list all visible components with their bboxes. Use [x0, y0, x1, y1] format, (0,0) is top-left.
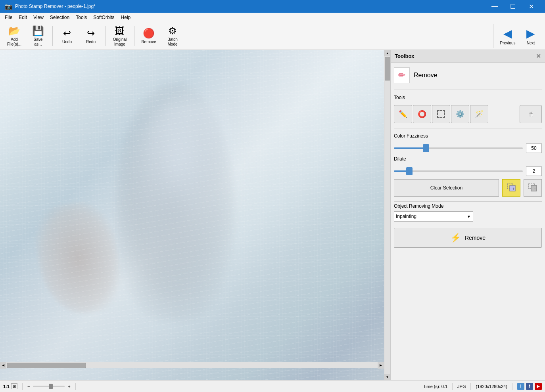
dilate-thumb[interactable] [406, 167, 413, 175]
add-files-button[interactable]: 📂 AddFile(s)... [3, 24, 25, 48]
save-as-button[interactable]: 💾 Saveas... [27, 24, 49, 48]
add-files-icon: 📂 [8, 25, 20, 36]
scroll-left-button[interactable]: ◀ [0, 362, 6, 369]
toolbox-close-button[interactable]: ✕ [536, 52, 541, 60]
svg-text:−: − [534, 187, 536, 191]
save-as-icon: 💾 [32, 25, 44, 36]
redo-button[interactable]: ↪ Redo [80, 24, 102, 48]
selection-add-icon: + [507, 182, 516, 194]
eraser-icon: ⭕ [418, 110, 426, 119]
pencil-tool-button[interactable]: ✏️ [394, 105, 412, 123]
dilate-track[interactable] [394, 170, 523, 172]
toolbar-separator-1 [52, 26, 53, 46]
mode-section: Object Removing Mode Inpainting Content … [391, 203, 545, 222]
horizontal-scrollbar[interactable]: ◀ ▶ [0, 362, 384, 368]
dilate-value[interactable]: 2 [526, 166, 542, 176]
toolbar: 📂 AddFile(s)... 💾 Saveas... ↩ Undo ↪ Red… [0, 22, 545, 50]
selection-add-button[interactable]: + [502, 179, 520, 197]
scroll-down-button[interactable]: ▼ [384, 374, 390, 380]
settings-tool-button[interactable]: ⚙️ [451, 105, 469, 123]
batch-mode-label: BatchMode [167, 37, 178, 47]
app-icon: 📷 [5, 3, 13, 10]
original-image-label: OriginalImage [113, 37, 127, 47]
magic-wand-icon: 🪄 [475, 110, 484, 119]
dimensions-label: (1920x1280x24) [476, 384, 507, 389]
zoom-out-icon[interactable]: − [27, 384, 30, 389]
rect-select-icon [437, 110, 445, 118]
status-separator-3 [452, 383, 453, 390]
scroll-up-button[interactable]: ▲ [384, 50, 390, 56]
color-fuzziness-track[interactable] [394, 147, 523, 149]
svg-text:+: + [512, 187, 515, 191]
remove-action-button[interactable]: ⚡ Remove [394, 228, 542, 248]
color-fuzziness-value[interactable]: 50 [526, 143, 542, 153]
tools-row: ✏️ ⭕ ⚙️ 🪄 🖱️ [394, 105, 542, 123]
scroll-thumb-horizontal[interactable] [7, 363, 86, 368]
zoom-slider-thumb[interactable] [49, 384, 53, 389]
close-button[interactable]: ✕ [522, 0, 540, 13]
remove-btn-area: ⚡ Remove [391, 222, 545, 251]
undo-button[interactable]: ↩ Undo [56, 24, 78, 48]
divider-1 [394, 90, 542, 90]
batch-mode-button[interactable]: ⚙ BatchMode [161, 24, 184, 48]
color-fuzziness-thumb[interactable] [423, 144, 429, 152]
title-bar: 📷 Photo Stamp Remover - people-1.jpg* — … [0, 0, 545, 13]
magic-wand-tool-button[interactable]: 🪄 [470, 105, 488, 123]
status-separator-5 [512, 383, 512, 390]
maximize-button[interactable]: ☐ [504, 0, 522, 13]
original-image-button[interactable]: 🖼 OriginalImage [109, 24, 131, 48]
remove-tool-icon: ✏ [398, 70, 405, 80]
menu-softorbits[interactable]: SoftOrbits [90, 14, 117, 21]
settings-icon: ⚙️ [456, 110, 464, 119]
divider-3 [394, 201, 542, 202]
menu-file[interactable]: File [2, 14, 15, 21]
color-fuzziness-row: 50 [394, 143, 542, 153]
youtube-icon[interactable]: ▶ [535, 383, 542, 390]
info-icon[interactable]: i [517, 383, 524, 390]
scroll-track-horizontal[interactable] [6, 362, 378, 368]
status-separator-2 [75, 383, 76, 390]
zoom-slider[interactable] [33, 386, 65, 387]
app-title: Photo Stamp Remover - people-1.jpg* [15, 4, 486, 9]
remove-section: ✏ Remove Tools ✏️ ⭕ ⚙️ [391, 63, 545, 200]
status-bar: 1:1 ⊞ − + Time (s): 0.1 JPG (1920x1280x2… [0, 380, 545, 392]
previous-icon: ◀ [503, 27, 512, 40]
mode-select-wrapper[interactable]: Inpainting Content Aware Fill Blur Smear [394, 211, 473, 222]
undo-label: Undo [62, 40, 72, 44]
menu-edit[interactable]: Edit [15, 14, 30, 21]
menu-tools[interactable]: Tools [73, 14, 90, 21]
scroll-thumb-vertical[interactable] [385, 57, 390, 80]
undo-icon: ↩ [63, 28, 71, 39]
scroll-right-button[interactable]: ▶ [378, 362, 384, 369]
status-separator-4 [470, 383, 471, 390]
clear-selection-button[interactable]: Clear Selection [394, 179, 499, 197]
color-fuzziness-fill [394, 147, 426, 149]
menu-help[interactable]: Help [118, 14, 134, 21]
remove-label: Remove [141, 40, 156, 44]
photo-canvas [0, 50, 384, 380]
format-label: JPG [457, 384, 466, 389]
zoom-in-icon[interactable]: + [68, 384, 70, 389]
stamp-tool-button[interactable]: 🖱️ [520, 105, 542, 123]
minimize-button[interactable]: — [486, 0, 504, 13]
vertical-scrollbar[interactable]: ▲ ▼ [384, 50, 390, 380]
zoom-fit-icon[interactable]: ⊞ [11, 383, 17, 389]
remove-icon-box: ✏ [394, 67, 410, 83]
mode-select[interactable]: Inpainting Content Aware Fill Blur Smear [394, 211, 473, 222]
redo-icon: ↪ [87, 28, 95, 39]
remove-button[interactable]: 🔴 Remove [138, 24, 160, 48]
selection-remove-button[interactable]: − [524, 179, 542, 197]
previous-button[interactable]: ◀ Previous [497, 24, 519, 48]
eraser-tool-button[interactable]: ⭕ [413, 105, 431, 123]
facebook-icon[interactable]: f [526, 383, 533, 390]
rect-select-tool-button[interactable] [432, 105, 450, 123]
divider-2 [394, 128, 542, 128]
nav-area: ◀ Previous ▶ Next [493, 24, 542, 48]
remove-icon: 🔴 [143, 28, 155, 39]
menu-selection[interactable]: Selection [47, 14, 73, 21]
next-icon: ▶ [526, 27, 535, 40]
next-button[interactable]: ▶ Next [520, 24, 542, 48]
canvas-area[interactable]: ▲ ▼ ◀ ▶ [0, 50, 390, 380]
action-row: Clear Selection + [394, 179, 542, 197]
menu-view[interactable]: View [30, 14, 47, 21]
